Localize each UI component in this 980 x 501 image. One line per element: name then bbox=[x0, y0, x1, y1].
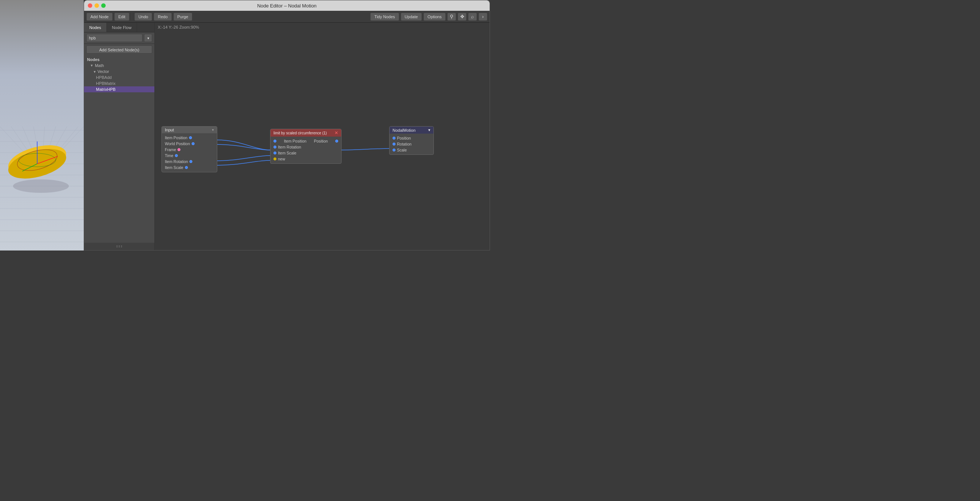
edit-button[interactable]: Edit bbox=[114, 13, 129, 21]
right-node-body: Position Rotation Scale bbox=[390, 134, 433, 155]
port-dot-item-scale[interactable] bbox=[185, 166, 188, 169]
viewport-grid bbox=[0, 0, 84, 250]
port-frame: Frame bbox=[162, 147, 217, 153]
right-port-position: Position bbox=[390, 135, 433, 141]
port-dot-item-rotation[interactable] bbox=[189, 160, 192, 163]
port-dot-in-item-scale[interactable] bbox=[274, 152, 277, 155]
port-dot-in-item-rotation[interactable] bbox=[274, 145, 277, 148]
purge-button[interactable]: Purge bbox=[173, 13, 192, 21]
window-title: Node Editor – Nodal Motion bbox=[257, 3, 317, 8]
node-select-dropdown[interactable]: hpb bbox=[86, 34, 143, 42]
port-dot-new[interactable] bbox=[274, 158, 277, 160]
middle-port-item-position: Item Position Position bbox=[270, 138, 341, 144]
search-icon-button[interactable]: ⌕ bbox=[468, 13, 477, 21]
right-port-rotation: Rotation bbox=[390, 141, 433, 147]
coord-display: X:-14 Y:-26 Zoom:90% bbox=[158, 25, 199, 29]
add-node-button[interactable]: Add Node bbox=[86, 13, 113, 21]
port-item-scale: Item Scale bbox=[162, 164, 217, 171]
right-port-scale: Scale bbox=[390, 147, 433, 153]
node-canvas[interactable]: X:-14 Y:-26 Zoom:90% Input ▾ bbox=[155, 23, 490, 250]
window-controls bbox=[88, 3, 106, 8]
port-dot-time[interactable] bbox=[175, 154, 178, 157]
maximize-button[interactable] bbox=[101, 3, 106, 8]
scroll-dots bbox=[116, 246, 122, 247]
minimize-button[interactable] bbox=[94, 3, 99, 8]
right-node-header: NodalMotion ▾ bbox=[390, 126, 433, 134]
middle-port-new: new bbox=[270, 156, 341, 162]
middle-node-body: Item Position Position Item Rotation Ite… bbox=[270, 137, 341, 163]
port-time: Time bbox=[162, 153, 217, 159]
toolbar-separator bbox=[132, 13, 132, 21]
main-window: Node Editor – Nodal Motion Add Node Edit… bbox=[84, 0, 490, 250]
tree-leaf-hpbadd[interactable]: HPBAdd bbox=[84, 75, 154, 80]
add-selected-button[interactable]: Add Selected Node(s) bbox=[86, 45, 152, 54]
toolbar: Add Node Edit Undo Redo Purge Tidy Nodes… bbox=[84, 11, 490, 23]
port-dot-position[interactable] bbox=[393, 137, 396, 140]
middle-node[interactable]: limit by scaled circumference (1) ✕ Item… bbox=[270, 129, 342, 164]
port-dot-scale[interactable] bbox=[393, 148, 396, 152]
close-button[interactable] bbox=[88, 3, 92, 8]
tree-item-math[interactable]: ▼ Math bbox=[84, 62, 154, 69]
tab-nodes[interactable]: Nodes bbox=[84, 23, 107, 32]
input-node-header: Input ▾ bbox=[162, 126, 217, 133]
right-node[interactable]: NodalMotion ▾ Position Rotation Scale bbox=[389, 126, 434, 155]
tab-node-flow[interactable]: Node Flow bbox=[107, 23, 137, 32]
tidy-nodes-button[interactable]: Tidy Nodes bbox=[370, 13, 399, 21]
input-node-body: Item Position World Position Frame Time bbox=[162, 133, 217, 172]
port-dot-frame[interactable] bbox=[177, 148, 180, 151]
svg-rect-0 bbox=[0, 0, 84, 250]
middle-close-button[interactable]: ✕ bbox=[334, 130, 338, 136]
input-node[interactable]: Input ▾ Item Position World Position Fra… bbox=[161, 126, 217, 172]
dropdown-row: hpb ▾ bbox=[84, 32, 154, 44]
middle-port-item-scale: Item Scale bbox=[270, 150, 341, 156]
input-node-arrow[interactable]: ▾ bbox=[212, 128, 214, 132]
middle-node-header: limit by scaled circumference (1) ✕ bbox=[270, 129, 341, 137]
right-node-arrow[interactable]: ▾ bbox=[428, 128, 431, 132]
port-item-rotation: Item Rotation bbox=[162, 159, 217, 164]
title-bar: Node Editor – Nodal Motion bbox=[84, 0, 490, 11]
options-button[interactable]: Options bbox=[423, 13, 446, 21]
undo-button[interactable]: Undo bbox=[134, 13, 152, 21]
expand-icon-button[interactable]: › bbox=[479, 13, 487, 21]
tree-leaf-matrixhpb[interactable]: MatrixHPB bbox=[84, 86, 154, 92]
port-dot-item-position[interactable] bbox=[189, 136, 192, 139]
port-dot-out-position[interactable] bbox=[335, 140, 338, 142]
left-panel: Nodes Node Flow hpb ▾ Add Selected Node(… bbox=[84, 23, 155, 250]
arrow-icon: ▼ bbox=[93, 70, 96, 74]
middle-port-item-rotation: Item Rotation bbox=[270, 144, 341, 150]
pin-icon-button[interactable]: ⚲ bbox=[447, 13, 456, 21]
tree-leaf-hpbmatrix[interactable]: HPBMatrix bbox=[84, 80, 154, 86]
viewport-3d bbox=[0, 0, 84, 250]
update-button[interactable]: Update bbox=[401, 13, 422, 21]
panel-scroll-handle[interactable] bbox=[84, 243, 154, 250]
port-item-position: Item Position bbox=[162, 135, 217, 141]
redo-button[interactable]: Redo bbox=[154, 13, 172, 21]
tab-bar: Nodes Node Flow bbox=[84, 23, 154, 32]
dropdown-arrow-icon[interactable]: ▾ bbox=[144, 34, 152, 42]
port-world-position: World Position bbox=[162, 141, 217, 147]
content-area: Nodes Node Flow hpb ▾ Add Selected Node(… bbox=[84, 23, 490, 250]
port-dot-world-position[interactable] bbox=[192, 142, 194, 145]
node-tree: Nodes ▼ Math ▼ Vector HPBAdd HPBMatrix M… bbox=[84, 55, 154, 243]
move-icon-button[interactable]: ✥ bbox=[458, 13, 466, 21]
svg-point-23 bbox=[13, 179, 69, 193]
tree-header: Nodes bbox=[84, 57, 154, 62]
port-dot-in-item-position[interactable] bbox=[274, 140, 277, 142]
port-dot-rotation[interactable] bbox=[393, 142, 396, 145]
arrow-icon: ▼ bbox=[90, 64, 93, 67]
tree-item-vector[interactable]: ▼ Vector bbox=[84, 69, 154, 75]
